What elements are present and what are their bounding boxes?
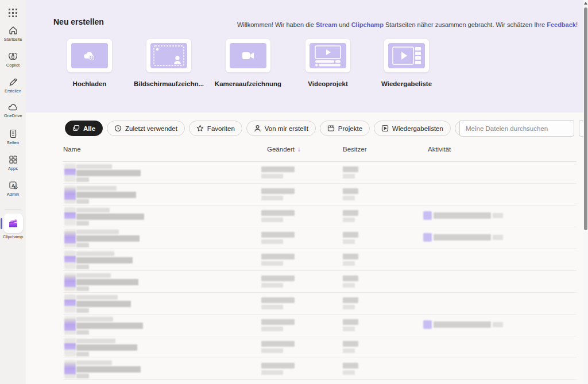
modified-cell-redacted — [261, 297, 295, 309]
video-project-icon — [310, 43, 346, 68]
modified-cell-redacted — [261, 341, 295, 353]
page-title: Neu erstellen — [53, 17, 104, 26]
table-row[interactable] — [26, 205, 583, 227]
camera-icon — [242, 52, 254, 60]
owner-cell-redacted — [343, 166, 358, 179]
name-cell-redacted — [76, 208, 144, 226]
create-tile-wiedergabeliste[interactable]: Wiedergabeliste — [384, 39, 429, 72]
clipchamp-icon — [7, 218, 19, 229]
table-row[interactable] — [26, 162, 583, 184]
create-tile-bildschirmaufzeichnung[interactable]: Bildschirmaufzeichn... — [146, 39, 191, 72]
name-cell-redacted — [76, 295, 131, 313]
filter-pill-zuletzt-verwendet[interactable]: Zuletzt verwendet — [107, 121, 185, 136]
sidebar-item-apps[interactable]: Apps — [0, 154, 26, 171]
sort-descending-icon: ↓ — [297, 146, 301, 153]
video-thumbnail — [64, 294, 76, 313]
table-header: Name Geändert↓ Besitzer Aktivität — [26, 146, 583, 157]
table-row[interactable] — [26, 358, 583, 380]
filter-pill-row: Alle Zuletzt verwendet Favoriten Von mir… — [65, 121, 527, 136]
playlist-icon — [388, 43, 425, 68]
app-launcher-button[interactable] — [0, 5, 26, 21]
scrollbar-up-arrow-icon[interactable] — [584, 2, 587, 5]
create-tile-hochladen[interactable]: Hochladen — [67, 39, 112, 72]
tile-label: Bildschirmaufzeichn... — [123, 80, 215, 87]
modified-cell-redacted — [261, 363, 295, 375]
rail-divider — [5, 209, 21, 210]
files-section: Alle Zuletzt verwendet Favoriten Von mir… — [26, 113, 583, 384]
activity-cell-redacted — [423, 211, 503, 220]
sidebar-item-clipchamp[interactable]: Clipchamp — [0, 214, 26, 239]
table-row[interactable] — [26, 293, 583, 315]
modified-cell-redacted — [261, 166, 295, 179]
sidebar-item-copilot[interactable]: Copilot — [0, 51, 26, 68]
video-thumbnail — [64, 316, 76, 335]
filter-pill-wiedergabelisten[interactable]: Wiedergabelisten — [374, 121, 451, 136]
owner-cell-redacted — [343, 341, 358, 353]
screen-recording-icon — [150, 43, 187, 68]
create-tile-kameraaufzeichnung[interactable]: Kameraaufzeichnung — [226, 39, 270, 72]
filter-pill-label: Favoriten — [207, 125, 235, 132]
sidebar-item-label: OneDrive — [4, 113, 22, 118]
video-thumbnail — [64, 338, 76, 356]
table-row[interactable] — [26, 184, 583, 205]
column-header-besitzer[interactable]: Besitzer — [343, 146, 367, 153]
sidebar-item-label: Seiten — [7, 140, 19, 145]
pencil-icon — [8, 77, 18, 87]
feedback-link[interactable]: Feedback — [547, 21, 576, 28]
video-thumbnail — [64, 207, 76, 226]
table-row[interactable] — [26, 336, 583, 358]
waffle-grid-icon — [8, 8, 18, 18]
filter-pill-favoriten[interactable]: Favoriten — [189, 121, 242, 136]
sidebar-item-startseite[interactable]: Startseite — [0, 25, 26, 42]
column-header-aktivitaet[interactable]: Aktivität — [428, 146, 451, 153]
table-row[interactable] — [26, 249, 583, 271]
sidebar-item-admin[interactable]: A Admin — [0, 180, 26, 197]
scrollbar-thumb[interactable] — [584, 7, 587, 230]
sidebar-item-label: Apps — [8, 166, 18, 171]
modified-cell-redacted — [261, 254, 295, 266]
sidebar-item-onedrive[interactable]: OneDrive — [0, 103, 26, 118]
filter-pill-projekte[interactable]: Projekte — [320, 121, 370, 136]
filter-pill-label: Von mir erstellt — [265, 125, 308, 132]
table-row[interactable] — [26, 271, 583, 293]
clipchamp-link[interactable]: Clipchamp — [351, 21, 384, 28]
modified-cell-redacted — [261, 232, 295, 244]
table-row[interactable] — [26, 315, 583, 336]
activity-cell-redacted — [423, 233, 503, 242]
filter-pill-alle[interactable]: Alle — [65, 121, 103, 136]
create-tile-videoprojekt[interactable]: Videoprojekt — [305, 39, 350, 72]
filter-pill-label: Projekte — [338, 125, 362, 132]
tile-label: Kameraaufzeichnung — [202, 80, 294, 87]
board-icon — [327, 125, 335, 132]
name-cell-redacted — [76, 339, 137, 356]
app-rail: Startseite Copilot Erstellen OneDrive Se… — [0, 0, 26, 384]
name-cell-redacted — [76, 273, 138, 291]
sidebar-item-label: Clipchamp — [3, 234, 23, 239]
sidebar-item-seiten[interactable]: Seiten — [0, 129, 26, 145]
activity-cell-redacted — [423, 320, 503, 329]
modified-cell-redacted — [261, 210, 295, 222]
owner-cell-redacted — [343, 363, 358, 375]
home-icon — [8, 25, 18, 36]
video-thumbnail — [64, 229, 76, 247]
sidebar-item-erstellen[interactable]: Erstellen — [0, 77, 26, 94]
name-cell-redacted — [76, 230, 140, 247]
modified-cell-redacted — [261, 188, 295, 200]
owner-cell-redacted — [343, 232, 358, 244]
modified-cell-redacted — [261, 319, 295, 331]
table-row[interactable] — [26, 227, 583, 249]
column-header-name[interactable]: Name — [63, 146, 81, 153]
column-header-geaendert[interactable]: Geändert↓ — [267, 146, 301, 153]
owner-cell-redacted — [343, 210, 358, 222]
vertical-scrollbar[interactable] — [583, 0, 588, 384]
video-thumbnail — [64, 360, 76, 378]
name-cell-redacted — [76, 164, 141, 182]
create-new-section: Neu erstellen Willkommen! Wir haben die … — [26, 0, 583, 113]
video-thumbnail — [64, 164, 76, 182]
stream-link[interactable]: Stream — [316, 21, 337, 28]
video-thumbnail — [64, 185, 76, 204]
search-input[interactable] — [459, 120, 574, 137]
admin-icon: A — [8, 180, 18, 191]
filter-pill-label: Zuletzt verwendet — [125, 125, 177, 132]
filter-pill-von-mir-erstellt[interactable]: Von mir erstellt — [246, 121, 316, 136]
